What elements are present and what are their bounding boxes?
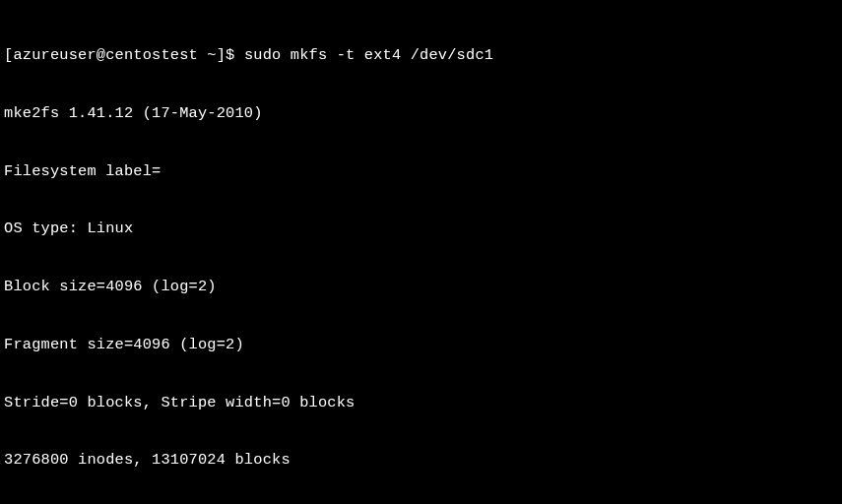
shell-prompt: [azureuser@centostest ~]$ — [4, 46, 235, 64]
output-line: Block size=4096 (log=2) — [4, 278, 838, 297]
output-line: mke2fs 1.41.12 (17-May-2010) — [4, 104, 838, 124]
command-line: [azureuser@centostest ~]$ sudo mkfs -t e… — [4, 46, 838, 66]
output-line: Filesystem label= — [4, 162, 838, 182]
output-line: Fragment size=4096 (log=2) — [4, 336, 838, 355]
command-text: sudo mkfs -t ext4 /dev/sdc1 — [244, 46, 493, 64]
output-line: OS type: Linux — [4, 220, 838, 239]
output-line: 3276800 inodes, 13107024 blocks — [4, 451, 838, 471]
terminal-window[interactable]: [azureuser@centostest ~]$ sudo mkfs -t e… — [4, 8, 838, 504]
output-line: Stride=0 blocks, Stripe width=0 blocks — [4, 394, 838, 413]
